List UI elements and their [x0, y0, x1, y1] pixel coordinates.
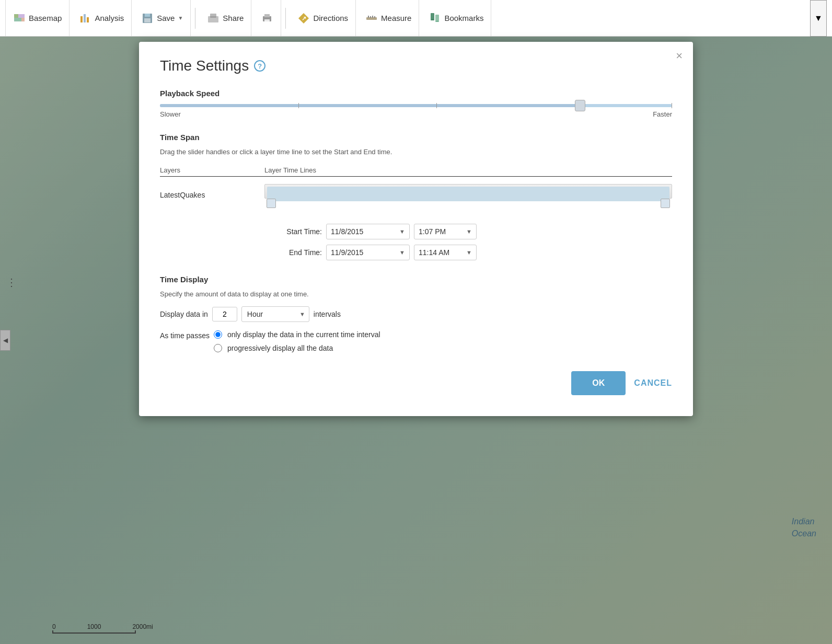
svg-rect-8	[145, 14, 150, 17]
print-icon	[261, 12, 273, 25]
toolbar-item-measure[interactable]: Measure	[358, 0, 419, 36]
start-time-select[interactable]: 1:07 PM ▼	[414, 224, 477, 239]
radio-group: only display the data in the current tim…	[214, 330, 380, 352]
save-label: Save	[157, 14, 175, 22]
radio-current[interactable]	[214, 330, 222, 339]
col-timeline: Layer Time Lines	[264, 164, 672, 177]
speed-tick-end	[672, 103, 672, 108]
end-date-select[interactable]: 11/9/2015 ▼	[326, 245, 410, 260]
save-icon	[141, 12, 154, 25]
start-time-label: Start Time:	[275, 227, 322, 236]
playback-speed-section: Playback Speed Slower Faster	[160, 89, 672, 118]
modal-title-area: Time Settings ?	[160, 58, 672, 74]
timespan-title: Time Span	[160, 133, 672, 142]
end-date-arrow: ▼	[399, 249, 405, 256]
modal-overlay: × Time Settings ? Playback Speed	[0, 37, 832, 644]
interval-unit-select[interactable]: Second Minute Hour Day Week Month Year	[241, 306, 309, 322]
as-time-passes-label: As time passes	[160, 330, 210, 340]
start-date-arrow: ▼	[399, 228, 405, 235]
basemap-label: Basemap	[29, 14, 62, 22]
display-data-row: Display data in Second Minute Hour Day W…	[160, 306, 672, 322]
toolbar-item-share[interactable]: Share	[200, 0, 251, 36]
toolbar-item-basemap[interactable]: Basemap	[5, 0, 70, 36]
speed-tick-1	[298, 103, 299, 108]
svg-rect-13	[264, 14, 270, 17]
as-time-passes-row: As time passes only display the data in …	[160, 330, 672, 352]
speed-faster-label: Faster	[653, 110, 672, 118]
svg-rect-4	[80, 16, 83, 22]
help-icon[interactable]: ?	[254, 60, 265, 72]
svg-rect-5	[84, 14, 86, 22]
timeline-handle-right[interactable]	[661, 199, 670, 208]
end-time-value: 11:14 AM	[419, 248, 449, 257]
svg-rect-1	[18, 14, 25, 18]
share-label: Share	[223, 14, 244, 22]
toolbar: Basemap Analysis Save ▼ Share ↗ Directio…	[0, 0, 832, 37]
toolbar-item-analysis[interactable]: Analysis	[72, 0, 132, 36]
timeline-bar-container[interactable]	[264, 182, 672, 208]
timedisplay-title: Time Display	[160, 275, 672, 284]
svg-rect-3	[21, 18, 25, 21]
radio-progressive-label: progressively display all the data	[227, 344, 333, 352]
svg-rect-14	[264, 19, 270, 22]
basemap-icon	[13, 12, 26, 25]
speed-slider-track	[160, 104, 580, 107]
save-dropdown-arrow[interactable]: ▼	[178, 15, 183, 21]
timeline-cell	[264, 177, 672, 214]
ok-button[interactable]: OK	[571, 371, 626, 395]
svg-rect-11	[210, 14, 216, 18]
svg-rect-20	[372, 16, 373, 18]
modal-title: Time Settings	[160, 58, 249, 74]
bookmarks-icon	[429, 12, 441, 25]
end-time-label: End Time:	[275, 248, 322, 257]
playback-speed-title: Playback Speed	[160, 89, 672, 98]
speed-slider[interactable]	[160, 104, 672, 107]
end-time-select[interactable]: 11:14 AM ▼	[414, 245, 477, 260]
speed-slower-label: Slower	[160, 110, 181, 118]
timeline-slider-track	[267, 187, 669, 201]
toolbar-item-save[interactable]: Save ▼	[134, 0, 191, 36]
display-suffix: intervals	[314, 310, 341, 318]
time-settings-modal: × Time Settings ? Playback Speed	[139, 42, 693, 416]
timespan-subtitle: Drag the slider handles or click a layer…	[160, 148, 672, 156]
display-value-input[interactable]	[212, 307, 237, 321]
measure-label: Measure	[381, 14, 411, 22]
analysis-icon	[79, 12, 91, 25]
measure-icon	[365, 12, 378, 25]
bookmarks-label: Bookmarks	[444, 14, 483, 22]
speed-tick-2	[436, 103, 437, 108]
end-time-arrow: ▼	[466, 249, 472, 256]
radio-current-label: only display the data in the current tim…	[227, 330, 380, 339]
start-date-select[interactable]: 11/8/2015 ▼	[326, 224, 410, 239]
svg-rect-2	[14, 18, 21, 21]
radio-current-row: only display the data in the current tim…	[214, 330, 380, 339]
toolbar-overflow-button[interactable]: ▼	[810, 0, 827, 37]
toolbar-item-directions[interactable]: ↗ Directions	[290, 0, 356, 36]
toolbar-separator-2	[285, 8, 286, 29]
start-time-arrow: ▼	[466, 228, 472, 235]
svg-rect-0	[14, 14, 18, 18]
toolbar-item-print[interactable]	[253, 0, 281, 36]
layer-row: LatestQuakes	[160, 177, 672, 214]
speed-labels: Slower Faster	[160, 110, 672, 118]
svg-rect-21	[374, 16, 375, 18]
layers-table: Layers Layer Time Lines LatestQuakes	[160, 164, 672, 213]
radio-progressive[interactable]	[214, 344, 222, 352]
svg-text:↗: ↗	[302, 15, 306, 21]
timespan-section: Time Span Drag the slider handles or cli…	[160, 133, 672, 260]
svg-rect-19	[370, 16, 371, 18]
timedisplay-section: Time Display Specify the amount of data …	[160, 275, 672, 352]
speed-slider-thumb[interactable]	[575, 100, 585, 111]
start-time-row: Start Time: 11/8/2015 ▼ 1:07 PM ▼	[275, 224, 672, 239]
radio-progressive-row: progressively display all the data	[214, 344, 380, 352]
svg-rect-6	[87, 17, 89, 22]
time-inputs: Start Time: 11/8/2015 ▼ 1:07 PM ▼ End Ti…	[264, 224, 672, 260]
end-date-value: 11/9/2015	[331, 248, 363, 257]
directions-label: Directions	[313, 14, 348, 22]
modal-close-button[interactable]: ×	[676, 50, 683, 62]
start-date-value: 11/8/2015	[331, 227, 363, 236]
toolbar-item-bookmarks[interactable]: Bookmarks	[421, 0, 491, 36]
col-layers: Layers	[160, 164, 264, 177]
cancel-button[interactable]: CANCEL	[634, 378, 672, 388]
timeline-handle-left[interactable]	[267, 199, 276, 208]
